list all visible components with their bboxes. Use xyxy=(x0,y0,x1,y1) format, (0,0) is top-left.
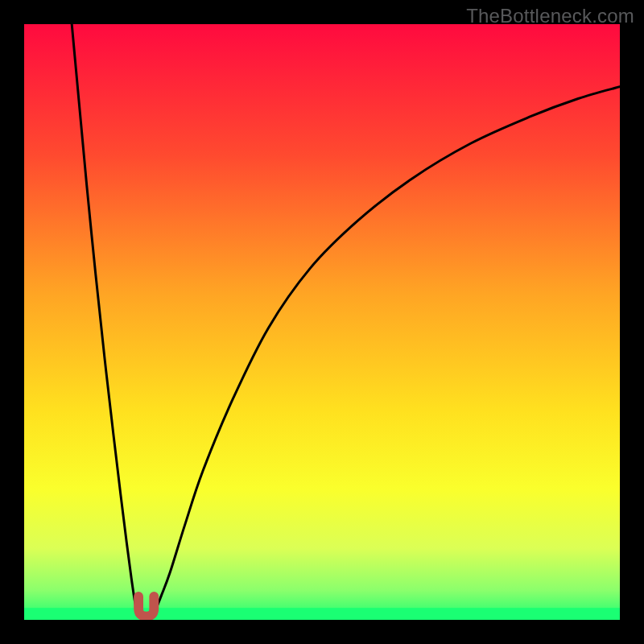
chart-frame xyxy=(24,24,620,620)
watermark-text: TheBottleneck.com xyxy=(466,5,634,27)
green-baseline-band xyxy=(24,608,620,620)
bottleneck-chart xyxy=(24,24,620,620)
chart-background xyxy=(24,24,620,620)
